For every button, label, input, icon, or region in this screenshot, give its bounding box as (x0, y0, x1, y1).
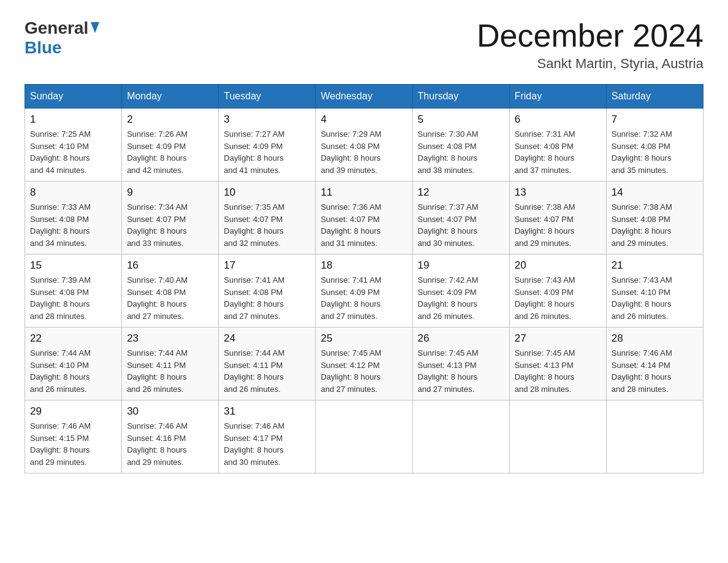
calendar-cell: 5Sunrise: 7:30 AMSunset: 4:08 PMDaylight… (412, 109, 509, 182)
calendar-week-row: 29Sunrise: 7:46 AMSunset: 4:15 PMDayligh… (25, 400, 703, 473)
page-header: General Blue December 2024 Sankt Martin,… (25, 18, 703, 72)
calendar-cell: 24Sunrise: 7:44 AMSunset: 4:11 PMDayligh… (219, 327, 316, 400)
day-info: Sunrise: 7:33 AMSunset: 4:08 PMDaylight:… (30, 201, 116, 249)
day-number: 14 (612, 186, 698, 199)
calendar-cell: 9Sunrise: 7:34 AMSunset: 4:07 PMDaylight… (122, 182, 219, 255)
day-number: 6 (515, 113, 601, 126)
calendar-cell: 18Sunrise: 7:41 AMSunset: 4:09 PMDayligh… (316, 255, 412, 327)
calendar-cell: 13Sunrise: 7:38 AMSunset: 4:07 PMDayligh… (509, 182, 606, 255)
calendar-week-row: 22Sunrise: 7:44 AMSunset: 4:10 PMDayligh… (25, 327, 703, 400)
calendar-week-row: 8Sunrise: 7:33 AMSunset: 4:08 PMDaylight… (25, 182, 703, 255)
calendar-cell: 31Sunrise: 7:46 AMSunset: 4:17 PMDayligh… (219, 400, 316, 473)
day-number: 19 (418, 259, 504, 272)
day-number: 11 (320, 186, 407, 199)
calendar-cell: 14Sunrise: 7:38 AMSunset: 4:08 PMDayligh… (606, 182, 703, 255)
day-info: Sunrise: 7:45 AMSunset: 4:12 PMDaylight:… (320, 347, 407, 395)
day-info: Sunrise: 7:41 AMSunset: 4:08 PMDaylight:… (224, 274, 310, 322)
day-info: Sunrise: 7:38 AMSunset: 4:07 PMDaylight:… (515, 201, 601, 249)
day-number: 28 (612, 332, 698, 345)
day-info: Sunrise: 7:30 AMSunset: 4:08 PMDaylight:… (418, 128, 504, 176)
day-number: 23 (127, 332, 213, 345)
day-number: 30 (127, 405, 213, 418)
weekday-header-sunday: Sunday (25, 85, 122, 109)
calendar-cell: 20Sunrise: 7:43 AMSunset: 4:09 PMDayligh… (509, 255, 606, 327)
day-number: 1 (30, 113, 116, 126)
day-number: 20 (515, 259, 601, 272)
day-info: Sunrise: 7:27 AMSunset: 4:09 PMDaylight:… (224, 128, 310, 176)
day-number: 17 (224, 259, 310, 272)
day-number: 5 (418, 113, 504, 126)
calendar-cell: 21Sunrise: 7:43 AMSunset: 4:10 PMDayligh… (606, 255, 703, 327)
svg-marker-0 (91, 22, 99, 33)
day-info: Sunrise: 7:25 AMSunset: 4:10 PMDaylight:… (30, 128, 116, 176)
calendar-cell: 12Sunrise: 7:37 AMSunset: 4:07 PMDayligh… (412, 182, 509, 255)
calendar-cell: 28Sunrise: 7:46 AMSunset: 4:14 PMDayligh… (606, 327, 703, 400)
day-number: 22 (30, 332, 116, 345)
calendar-cell: 26Sunrise: 7:45 AMSunset: 4:13 PMDayligh… (412, 327, 509, 400)
day-info: Sunrise: 7:39 AMSunset: 4:08 PMDaylight:… (30, 274, 116, 322)
calendar-cell: 22Sunrise: 7:44 AMSunset: 4:10 PMDayligh… (25, 327, 122, 400)
day-number: 27 (515, 332, 601, 345)
day-number: 8 (30, 186, 116, 199)
day-number: 16 (127, 259, 213, 272)
day-info: Sunrise: 7:46 AMSunset: 4:16 PMDaylight:… (127, 420, 213, 468)
calendar-cell: 27Sunrise: 7:45 AMSunset: 4:13 PMDayligh… (509, 327, 606, 400)
day-info: Sunrise: 7:38 AMSunset: 4:08 PMDaylight:… (612, 201, 698, 249)
day-number: 24 (224, 332, 310, 345)
logo-blue-text: Blue (25, 38, 62, 57)
day-info: Sunrise: 7:43 AMSunset: 4:09 PMDaylight:… (515, 274, 601, 322)
calendar-cell (606, 400, 703, 473)
weekday-header-tuesday: Tuesday (219, 85, 316, 109)
day-info: Sunrise: 7:44 AMSunset: 4:10 PMDaylight:… (30, 347, 116, 395)
calendar-cell: 2Sunrise: 7:26 AMSunset: 4:09 PMDaylight… (122, 109, 219, 182)
day-info: Sunrise: 7:45 AMSunset: 4:13 PMDaylight:… (515, 347, 601, 395)
calendar-week-row: 1Sunrise: 7:25 AMSunset: 4:10 PMDaylight… (25, 109, 703, 182)
day-number: 21 (612, 259, 698, 272)
day-number: 12 (418, 186, 504, 199)
day-info: Sunrise: 7:35 AMSunset: 4:07 PMDaylight:… (224, 201, 310, 249)
day-number: 2 (127, 113, 213, 126)
weekday-header-saturday: Saturday (606, 85, 703, 109)
day-number: 13 (515, 186, 601, 199)
day-number: 25 (320, 332, 407, 345)
day-number: 4 (320, 113, 407, 126)
day-info: Sunrise: 7:34 AMSunset: 4:07 PMDaylight:… (127, 201, 213, 249)
day-number: 10 (224, 186, 310, 199)
day-number: 9 (127, 186, 213, 199)
calendar-cell: 23Sunrise: 7:44 AMSunset: 4:11 PMDayligh… (122, 327, 219, 400)
calendar-cell: 30Sunrise: 7:46 AMSunset: 4:16 PMDayligh… (122, 400, 219, 473)
weekday-header-wednesday: Wednesday (316, 85, 412, 109)
day-info: Sunrise: 7:41 AMSunset: 4:09 PMDaylight:… (320, 274, 407, 322)
day-info: Sunrise: 7:43 AMSunset: 4:10 PMDaylight:… (612, 274, 698, 322)
day-info: Sunrise: 7:46 AMSunset: 4:14 PMDaylight:… (612, 347, 698, 395)
weekday-header-row: SundayMondayTuesdayWednesdayThursdayFrid… (25, 85, 703, 109)
day-number: 7 (612, 113, 698, 126)
calendar-cell: 3Sunrise: 7:27 AMSunset: 4:09 PMDaylight… (219, 109, 316, 182)
weekday-header-thursday: Thursday (412, 85, 509, 109)
weekday-header-monday: Monday (122, 85, 219, 109)
calendar-cell: 19Sunrise: 7:42 AMSunset: 4:09 PMDayligh… (412, 255, 509, 327)
calendar-cell: 25Sunrise: 7:45 AMSunset: 4:12 PMDayligh… (316, 327, 412, 400)
calendar-cell: 10Sunrise: 7:35 AMSunset: 4:07 PMDayligh… (219, 182, 316, 255)
calendar-cell: 7Sunrise: 7:32 AMSunset: 4:08 PMDaylight… (606, 109, 703, 182)
calendar-cell: 8Sunrise: 7:33 AMSunset: 4:08 PMDaylight… (25, 182, 122, 255)
day-number: 26 (418, 332, 504, 345)
day-number: 18 (320, 259, 407, 272)
day-info: Sunrise: 7:44 AMSunset: 4:11 PMDaylight:… (224, 347, 310, 395)
calendar-cell: 29Sunrise: 7:46 AMSunset: 4:15 PMDayligh… (25, 400, 122, 473)
day-info: Sunrise: 7:37 AMSunset: 4:07 PMDaylight:… (418, 201, 504, 249)
logo-general-text: General (25, 18, 88, 38)
day-info: Sunrise: 7:45 AMSunset: 4:13 PMDaylight:… (418, 347, 504, 395)
calendar-week-row: 15Sunrise: 7:39 AMSunset: 4:08 PMDayligh… (25, 255, 703, 327)
day-info: Sunrise: 7:31 AMSunset: 4:08 PMDaylight:… (515, 128, 601, 176)
logo: General Blue (25, 18, 99, 58)
day-number: 15 (30, 259, 116, 272)
location-title: Sankt Martin, Styria, Austria (477, 56, 703, 72)
calendar-cell (316, 400, 412, 473)
day-info: Sunrise: 7:29 AMSunset: 4:08 PMDaylight:… (320, 128, 407, 176)
calendar-cell: 1Sunrise: 7:25 AMSunset: 4:10 PMDaylight… (25, 109, 122, 182)
day-info: Sunrise: 7:46 AMSunset: 4:17 PMDaylight:… (224, 420, 310, 468)
day-info: Sunrise: 7:42 AMSunset: 4:09 PMDaylight:… (418, 274, 504, 322)
calendar-cell (412, 400, 509, 473)
logo-arrow-icon (91, 22, 99, 36)
